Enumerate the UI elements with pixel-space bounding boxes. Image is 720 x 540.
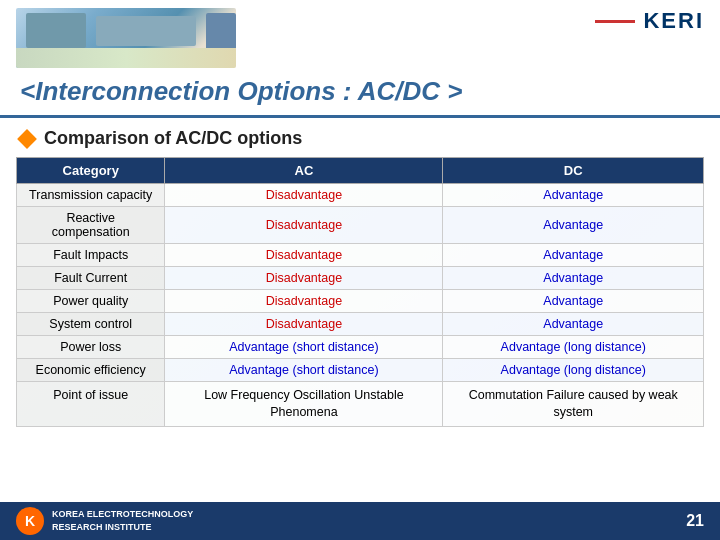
header: KERI <box>0 0 720 72</box>
row-ac: Disadvantage <box>165 244 443 267</box>
row-dc: Advantage <box>443 207 704 244</box>
row-category: Reactive compensation <box>17 207 165 244</box>
footer-logo-area: K KOREA ELECTROTECHNOLOGY RESEARCH INSTI… <box>16 507 193 535</box>
row-dc-issue: Commutation Failure caused by weak syste… <box>443 382 704 427</box>
keri-brand: KERI <box>643 8 704 34</box>
header-image <box>16 8 236 68</box>
page-title-section: <Interconnection Options : AC/DC > <box>0 72 720 118</box>
row-ac-issue: Low Frequency Oscillation Unstable Pheno… <box>165 382 443 427</box>
page-title: <Interconnection Options : AC/DC > <box>20 76 700 107</box>
table-row: Transmission capacity Disadvantage Advan… <box>17 184 704 207</box>
row-dc: Advantage <box>443 267 704 290</box>
row-category: Fault Impacts <box>17 244 165 267</box>
col-header-dc: DC <box>443 158 704 184</box>
table-row: Reactive compensation Disadvantage Advan… <box>17 207 704 244</box>
row-ac: Disadvantage <box>165 184 443 207</box>
row-ac: Disadvantage <box>165 313 443 336</box>
row-category: Power quality <box>17 290 165 313</box>
row-dc: Advantage (long distance) <box>443 336 704 359</box>
row-category: Fault Current <box>17 267 165 290</box>
row-category: Transmission capacity <box>17 184 165 207</box>
row-category-issue: Point of issue <box>17 382 165 427</box>
table-row: Economic efficiency Advantage (short dis… <box>17 359 704 382</box>
subtitle-section: Comparison of AC/DC options <box>0 118 720 157</box>
col-header-category: Category <box>17 158 165 184</box>
row-dc: Advantage <box>443 184 704 207</box>
row-category: System control <box>17 313 165 336</box>
row-category: Economic efficiency <box>17 359 165 382</box>
table-row: Power quality Disadvantage Advantage <box>17 290 704 313</box>
table-row: Power loss Advantage (short distance) Ad… <box>17 336 704 359</box>
table-row: System control Disadvantage Advantage <box>17 313 704 336</box>
page-number: 21 <box>686 512 704 530</box>
footer: K KOREA ELECTROTECHNOLOGY RESEARCH INSTI… <box>0 502 720 540</box>
col-header-ac: AC <box>165 158 443 184</box>
row-dc: Advantage <box>443 244 704 267</box>
table-row: Fault Current Disadvantage Advantage <box>17 267 704 290</box>
row-ac: Advantage (short distance) <box>165 336 443 359</box>
row-category: Power loss <box>17 336 165 359</box>
table-row: Fault Impacts Disadvantage Advantage <box>17 244 704 267</box>
row-ac: Disadvantage <box>165 267 443 290</box>
footer-org-line2: RESEARCH INSTITUTE <box>52 522 152 532</box>
row-dc: Advantage <box>443 313 704 336</box>
footer-org-text: KOREA ELECTROTECHNOLOGY RESEARCH INSTITU… <box>52 508 193 533</box>
row-ac: Advantage (short distance) <box>165 359 443 382</box>
row-dc: Advantage <box>443 290 704 313</box>
table-header-row: Category AC DC <box>17 158 704 184</box>
footer-icon: K <box>16 507 44 535</box>
row-dc: Advantage (long distance) <box>443 359 704 382</box>
row-ac: Disadvantage <box>165 290 443 313</box>
keri-logo: KERI <box>595 8 704 34</box>
keri-line-decoration <box>595 20 635 23</box>
row-ac: Disadvantage <box>165 207 443 244</box>
bullet-diamond <box>17 129 37 149</box>
subtitle-text: Comparison of AC/DC options <box>44 128 302 149</box>
comparison-table: Category AC DC Transmission capacity Dis… <box>16 157 704 427</box>
table-container: Category AC DC Transmission capacity Dis… <box>16 157 704 427</box>
footer-org-line1: KOREA ELECTROTECHNOLOGY <box>52 509 193 519</box>
table-row-issue: Point of issue Low Frequency Oscillation… <box>17 382 704 427</box>
